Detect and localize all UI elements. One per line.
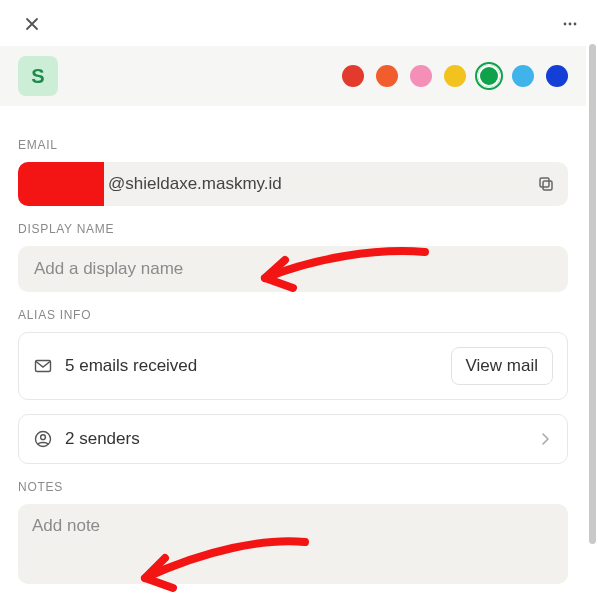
alias-info-section-label: ALIAS INFO — [18, 308, 568, 322]
email-domain: @shieldaxe.maskmy.id — [104, 162, 524, 206]
svg-rect-4 — [540, 178, 549, 187]
notes-section-label: NOTES — [18, 480, 568, 494]
notes-textarea[interactable] — [18, 504, 568, 584]
color-swatch-blue[interactable] — [546, 65, 568, 87]
color-swatch-skyblue[interactable] — [512, 65, 534, 87]
mail-icon — [33, 356, 53, 376]
avatar-initial: S — [31, 65, 44, 88]
person-icon — [33, 429, 53, 449]
emails-received-card: 5 emails received View mail — [18, 332, 568, 400]
svg-rect-3 — [543, 181, 552, 190]
color-swatch-yellow[interactable] — [444, 65, 466, 87]
content: EMAIL @shieldaxe.maskmy.id DISPLAY NAME … — [0, 106, 586, 588]
color-picker — [342, 65, 568, 87]
emails-received-text: 5 emails received — [65, 356, 439, 376]
display-name-input[interactable] — [18, 246, 568, 292]
display-name-section-label: DISPLAY NAME — [18, 222, 568, 236]
svg-point-7 — [41, 435, 46, 440]
more-menu-button[interactable] — [556, 10, 584, 38]
color-swatch-pink[interactable] — [410, 65, 432, 87]
copy-icon — [537, 175, 555, 193]
scrollbar[interactable] — [589, 44, 596, 544]
color-swatch-red[interactable] — [342, 65, 364, 87]
color-swatch-green[interactable] — [478, 65, 500, 87]
header-strip: S — [0, 46, 586, 106]
svg-point-1 — [569, 23, 572, 26]
close-icon — [24, 16, 40, 32]
avatar: S — [18, 56, 58, 96]
copy-email-button[interactable] — [524, 162, 568, 206]
email-field[interactable]: @shieldaxe.maskmy.id — [18, 162, 568, 206]
more-horizontal-icon — [561, 15, 579, 33]
svg-point-2 — [574, 23, 577, 26]
senders-text: 2 senders — [65, 429, 525, 449]
svg-point-0 — [564, 23, 567, 26]
view-mail-button[interactable]: View mail — [451, 347, 553, 385]
chevron-right-icon — [537, 431, 553, 447]
color-swatch-orange[interactable] — [376, 65, 398, 87]
senders-card[interactable]: 2 senders — [18, 414, 568, 464]
email-section-label: EMAIL — [18, 138, 568, 152]
close-button[interactable] — [18, 10, 46, 38]
email-local-redacted — [18, 162, 104, 206]
